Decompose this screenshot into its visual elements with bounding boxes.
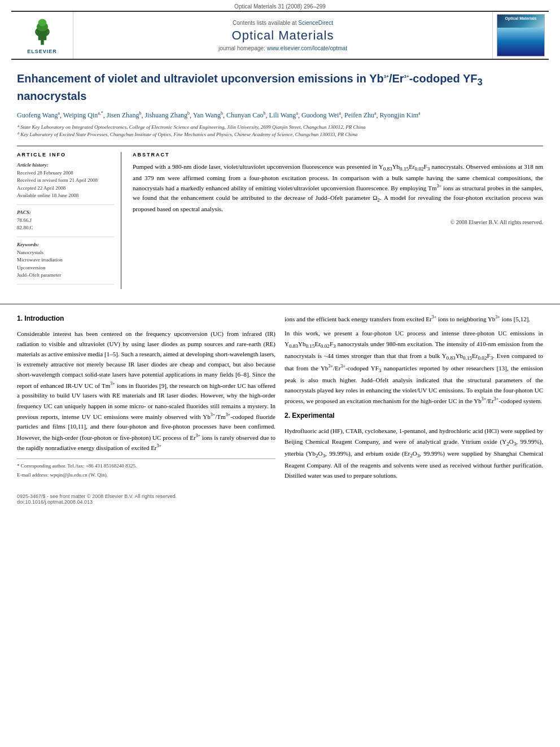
author-yan[interactable]: Yan Wang (193, 111, 221, 119)
author-guodong[interactable]: Guodong Wei (301, 111, 339, 119)
elsevier-logo: ELSEVIER (25, 16, 59, 54)
journal-main-title: Optical Materials (232, 28, 334, 43)
author-ryongjin[interactable]: Ryongjin Kim (380, 111, 419, 119)
section2-title: 2. Experimental (285, 410, 543, 421)
affiliations: ᵃ State Key Laboratory on Integrated Opt… (17, 124, 543, 139)
section2-text: Hydrofluoric acid (HF), CTAB, cyclohexan… (285, 426, 543, 480)
pacs-values: 78.66.J82.80.C (17, 217, 114, 232)
section1-col1-text: Considerable interest has been centered … (17, 329, 275, 453)
article-info-panel: ARTICLE INFO Article history: Received 2… (17, 152, 121, 289)
revised-date: Received in revised form 21 April 2008 (17, 177, 114, 185)
footnote-email: E-mail address: wpqin@jlu.edu.cn (W. Qin… (17, 471, 275, 479)
author-chunyan[interactable]: Chunyan Cao (226, 111, 264, 119)
homepage-prefix: journal homepage: (218, 45, 267, 51)
author-jisen[interactable]: Jisen Zhang (107, 111, 139, 119)
abstract-heading: ABSTRACT (133, 152, 543, 158)
journal-cover-area: Optical Materials (492, 12, 549, 59)
elsevier-logo-area: ELSEVIER (11, 12, 73, 59)
footer-doi: doi:10.1016/j.optmat.2008.04.013 (17, 499, 543, 505)
citation-text: Optical Materials 31 (2008) 296–299 (234, 3, 326, 10)
sciencedirect-prefix: Contents lists available at (233, 20, 298, 26)
accepted-date: Accepted 22 April 2008 (17, 185, 114, 193)
footnote-corresponding: * Corresponding author. Tel./fax: +86 43… (17, 462, 275, 470)
affiliation-b: ᵇ Key Laboratory of Excited State Proces… (17, 131, 543, 139)
authors-line: Guofeng Wanga, Weiping Qina,*, Jisen Zha… (17, 110, 543, 120)
svg-point-4 (38, 19, 46, 27)
keywords-section: Keywords: NanocrystalsMicrowave irradiat… (17, 242, 114, 285)
online-date: Available online 18 June 2008 (17, 192, 114, 200)
footnote-section: * Corresponding author. Tel./fax: +86 43… (17, 458, 275, 479)
footer-bar: 0925-3467/$ - see front matter © 2008 El… (0, 490, 560, 508)
citation-bar: Optical Materials 31 (2008) 296–299 (0, 0, 560, 11)
section1-col2-text-p1: ions and the efficient back energy trans… (285, 313, 543, 324)
received-date: Received 28 February 2008 (17, 169, 114, 177)
keywords-label: Keywords: (17, 242, 114, 247)
section1-title: 1. Introduction (17, 313, 275, 324)
author-guofeng[interactable]: Guofeng Wang (17, 111, 58, 119)
elsevier-brand-text: ELSEVIER (27, 49, 57, 54)
elsevier-tree-icon (25, 16, 59, 47)
article-info-heading: ARTICLE INFO (17, 152, 114, 158)
author-weiping[interactable]: Weiping Qin (63, 111, 98, 119)
pacs-section: PACS: 78.66.J82.80.C (17, 209, 114, 237)
keywords-values: NanocrystalsMicrowave irradiationUpconve… (17, 249, 114, 279)
body-col-right: ions and the efficient back energy trans… (285, 313, 543, 486)
affiliation-a: ᵃ State Key Laboratory on Integrated Opt… (17, 124, 543, 132)
footer-issn: 0925-3467/$ - see front matter © 2008 El… (17, 493, 543, 499)
article-history-label: Article history: (17, 162, 114, 168)
body-col-left: 1. Introduction Considerable interest ha… (17, 313, 275, 486)
sciencedirect-line: Contents lists available at ScienceDirec… (233, 20, 333, 26)
pacs-label: PACS: (17, 209, 114, 215)
article-title: Enhancement of violet and ultraviolet up… (17, 71, 543, 103)
journal-header: ELSEVIER Contents lists available at Sci… (11, 11, 549, 60)
article-content: Enhancement of violet and ultraviolet up… (0, 60, 560, 304)
cover-visual (497, 28, 544, 56)
main-body: 1. Introduction Considerable interest ha… (0, 304, 560, 486)
abstract-panel: ABSTRACT Pumped with a 980-nm diode lase… (133, 152, 543, 289)
author-peifen[interactable]: Peifen Zhu (344, 111, 374, 119)
sciencedirect-link[interactable]: ScienceDirect (298, 20, 333, 26)
article-info-abstract: ARTICLE INFO Article history: Received 2… (17, 146, 543, 289)
author-jishuang[interactable]: Jishuang Zhang (145, 111, 187, 119)
svg-rect-0 (41, 40, 44, 45)
section1-col2-text-p2: In this work, we present a four-photon U… (285, 328, 543, 406)
abstract-text: Pumped with a 980-nm diode laser, violet… (133, 162, 543, 215)
author-lili[interactable]: Lili Wang (269, 111, 296, 119)
cover-title: Optical Materials (504, 15, 537, 21)
copyright-notice: © 2008 Elsevier B.V. All rights reserved… (133, 219, 543, 225)
homepage-url[interactable]: www.elsevier.com/locate/optmat (267, 45, 347, 51)
journal-homepage-line: journal homepage: www.elsevier.com/locat… (218, 45, 347, 51)
journal-title-area: Contents lists available at ScienceDirec… (73, 12, 492, 59)
article-history-section: Article history: Received 28 February 20… (17, 162, 114, 205)
journal-cover-image: Optical Materials (497, 14, 545, 56)
